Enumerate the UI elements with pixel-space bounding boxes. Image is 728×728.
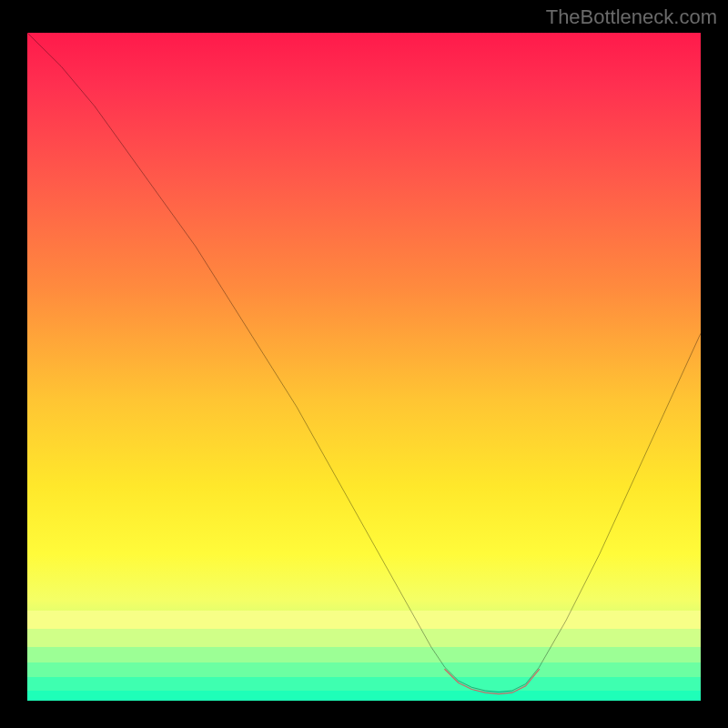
watermark-text: TheBottleneck.com [546, 5, 717, 29]
chart-svg-layer [27, 33, 701, 701]
chart-curve [27, 33, 701, 692]
chart-valley-marker [445, 670, 540, 694]
chart-plot-area [27, 33, 701, 701]
